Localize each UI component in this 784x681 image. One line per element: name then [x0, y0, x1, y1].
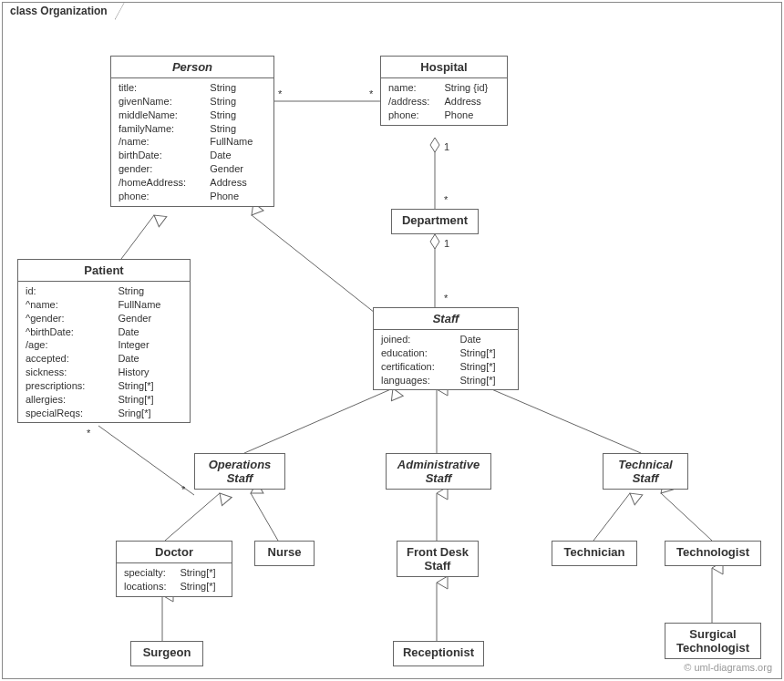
class-department: Department	[391, 209, 479, 234]
class-surgical-technologist: SurgicalTechnologist	[665, 623, 761, 659]
class-patient: Patient id:String^name:FullName^gender:G…	[17, 259, 191, 423]
frame-label: class Organization	[2, 2, 116, 19]
class-technical-staff: TechnicalStaff	[603, 453, 688, 490]
svg-line-3	[121, 215, 154, 259]
class-surgeon-name: Surgeon	[131, 642, 202, 663]
mult-dept-staff-star: *	[444, 293, 448, 304]
class-technician-name: Technician	[552, 542, 636, 562]
frame-label-text: class Organization	[10, 5, 108, 17]
class-staff-attrs: joined:Dateeducation:String[*]certificat…	[374, 330, 518, 389]
class-nurse: Nurse	[254, 541, 315, 566]
class-patient-attrs: id:String^name:FullName^gender:Gender^bi…	[18, 282, 190, 422]
svg-line-8	[98, 426, 194, 495]
class-front-desk-staff: Front DeskStaff	[397, 541, 479, 577]
class-surgeon: Surgeon	[130, 641, 203, 666]
class-technician: Technician	[552, 541, 637, 566]
mult-hosp-dept-1: 1	[444, 141, 449, 152]
class-hospital: Hospital name:String {id}/address:Addres…	[380, 56, 508, 126]
class-hospital-name: Hospital	[381, 57, 507, 78]
svg-line-7	[490, 388, 641, 453]
class-operations-staff-name: OperationsStaff	[195, 454, 284, 489]
mult-dept-staff-1: 1	[444, 238, 449, 249]
mult-patient-ops-o: *	[181, 484, 185, 495]
svg-line-10	[251, 493, 278, 541]
svg-line-4	[252, 215, 375, 313]
class-surgical-technologist-name: SurgicalTechnologist	[665, 624, 760, 658]
mult-hospital-side: *	[369, 88, 373, 99]
class-administrative-staff: AdministrativeStaff	[386, 453, 491, 490]
class-technologist: Technologist	[665, 541, 761, 566]
class-doctor-attrs: specialty:String[*]locations:String[*]	[117, 563, 232, 596]
class-front-desk-staff-name: Front DeskStaff	[397, 542, 478, 576]
diagram-frame: class Organization	[2, 2, 782, 679]
class-nurse-name: Nurse	[255, 542, 314, 562]
class-patient-name: Patient	[18, 260, 190, 282]
class-person: Person title:StringgivenName:Stringmiddl…	[110, 56, 274, 207]
class-receptionist-name: Receptionist	[394, 642, 483, 663]
mult-hosp-dept-star: *	[444, 194, 448, 205]
watermark: © uml-diagrams.org	[684, 662, 772, 673]
class-department-name: Department	[392, 210, 478, 231]
class-technologist-name: Technologist	[665, 542, 760, 562]
svg-line-9	[165, 493, 220, 541]
class-staff: Staff joined:Dateeducation:String[*]cert…	[373, 307, 519, 390]
svg-line-13	[661, 493, 712, 541]
class-administrative-staff-name: AdministrativeStaff	[387, 454, 490, 489]
mult-person-side: *	[278, 88, 282, 99]
class-staff-name: Staff	[374, 308, 518, 330]
svg-line-12	[593, 493, 630, 541]
svg-line-5	[244, 388, 393, 453]
class-person-name: Person	[111, 57, 273, 78]
class-operations-staff: OperationsStaff	[194, 453, 285, 490]
class-doctor-name: Doctor	[117, 542, 232, 563]
class-person-attrs: title:StringgivenName:StringmiddleName:S…	[111, 78, 273, 206]
mult-patient-ops-p: *	[87, 428, 90, 439]
class-receptionist: Receptionist	[393, 641, 484, 666]
class-hospital-attrs: name:String {id}/address:Addressphone:Ph…	[381, 78, 507, 125]
class-doctor: Doctor specialty:String[*]locations:Stri…	[116, 541, 232, 597]
class-technical-staff-name: TechnicalStaff	[603, 454, 687, 489]
